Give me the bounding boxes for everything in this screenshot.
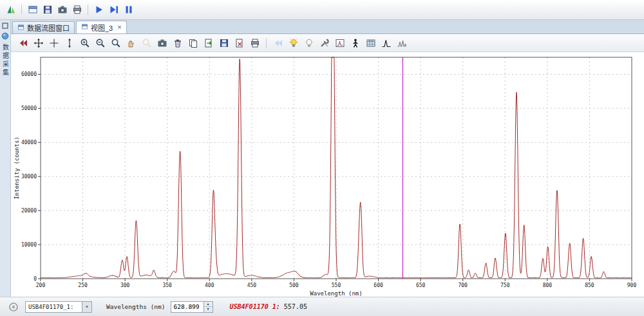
tools-button[interactable] <box>317 36 331 50</box>
svg-text:Wavelength (nm): Wavelength (nm) <box>310 290 362 297</box>
svg-text:700: 700 <box>458 283 468 288</box>
side-panel-strip: 数据采集 <box>0 20 11 297</box>
zoom-reset-button[interactable] <box>140 36 153 50</box>
wavelength-value[interactable]: 628.899 <box>171 302 204 312</box>
tab-2[interactable]: 视图_3× <box>76 21 127 33</box>
tab-icon <box>17 24 24 32</box>
tab-close-icon[interactable]: × <box>117 24 121 31</box>
chevron-down-icon[interactable]: ▾ <box>82 302 91 312</box>
spectrum-trace <box>41 57 632 278</box>
chart-toolbar <box>11 34 644 52</box>
device-select[interactable]: USB4F01170_1: ▾ <box>25 301 92 313</box>
tab-bar: 数据流图窗口视图_3× <box>11 20 644 34</box>
svg-text:800: 800 <box>543 283 553 288</box>
rewind-button[interactable] <box>271 36 285 50</box>
main-area: 数据采集 数据流图窗口视图_3× 20025030035040045050055… <box>0 20 644 297</box>
copy-button[interactable] <box>186 36 200 50</box>
table-view-button[interactable] <box>364 36 377 50</box>
toolbar-separator <box>21 5 22 15</box>
svg-text:550: 550 <box>332 283 341 288</box>
svg-text:650: 650 <box>416 283 426 288</box>
clear-page-button[interactable] <box>232 36 246 50</box>
peak-find-button[interactable] <box>379 36 393 50</box>
svg-text:Intensity (counts): Intensity (counts) <box>14 136 20 200</box>
svg-text:450: 450 <box>247 283 257 288</box>
svg-text:300: 300 <box>120 283 130 288</box>
zoom-in-button[interactable] <box>78 36 91 50</box>
person-button[interactable] <box>348 36 362 50</box>
document-area: 数据流图窗口视图_3× 2002503003504004505005506006… <box>11 20 644 297</box>
svg-text:20000: 20000 <box>21 208 37 214</box>
svg-text:50000: 50000 <box>21 106 37 111</box>
wavelength-label: Wavelengths (nm) <box>106 303 166 310</box>
side-panel-tab[interactable]: 数据采集 <box>1 44 10 77</box>
svg-text:350: 350 <box>162 283 172 288</box>
pause-button[interactable] <box>122 3 135 17</box>
device-select-value: USB4F01170_1: <box>28 304 73 310</box>
lamp-off-button[interactable] <box>302 36 316 50</box>
play-step-button[interactable] <box>107 3 120 17</box>
play-button[interactable] <box>92 3 106 17</box>
svg-text:250: 250 <box>78 283 88 288</box>
toolbar-separator <box>266 38 267 48</box>
readout-device-label: USB4F01170 1: <box>230 303 280 310</box>
snapshot-button[interactable] <box>55 3 69 17</box>
spectrum-chart[interactable]: 2002503003504004505005506006507007508008… <box>11 52 644 299</box>
scale-back-button[interactable] <box>16 36 30 50</box>
spinner-buttons: ▴ ▾ <box>204 302 213 312</box>
svg-text:10000: 10000 <box>21 242 37 248</box>
delete-button[interactable] <box>171 36 184 50</box>
svg-text:0: 0 <box>33 276 37 282</box>
main-toolbar <box>0 0 644 20</box>
chart-area: 2002503003504004505005506006507007508008… <box>11 52 644 299</box>
target-icon[interactable] <box>6 300 20 313</box>
app-logo <box>4 3 17 17</box>
status-bar: USB4F01170_1: ▾ Wavelengths (nm) 628.899… <box>0 297 644 316</box>
hand-button[interactable] <box>124 36 138 50</box>
dock-icon[interactable] <box>1 21 10 30</box>
pan-button[interactable] <box>32 36 45 50</box>
svg-text:500: 500 <box>289 283 299 288</box>
export-button[interactable] <box>202 36 215 50</box>
print-button[interactable] <box>70 3 84 17</box>
zoom-out-button[interactable] <box>93 36 107 50</box>
svg-text:200: 200 <box>36 283 46 288</box>
tab-label: 视图_3 <box>91 23 113 33</box>
save-button[interactable] <box>41 3 54 17</box>
multi-peak-button[interactable] <box>395 36 408 50</box>
lamp-on-button[interactable] <box>287 36 300 50</box>
save-spectrum-button[interactable] <box>217 36 231 50</box>
zoom-window-button[interactable] <box>109 36 122 50</box>
readout-value: 557.05 <box>284 303 307 310</box>
device-icon[interactable] <box>1 32 10 41</box>
app-window: 数据采集 数据流图窗口视图_3× 20025030035040045050055… <box>0 0 644 316</box>
new-window-button[interactable] <box>26 3 39 17</box>
cursor-readout: USB4F01170 1: 557.05 <box>230 303 307 310</box>
svg-text:900: 900 <box>627 283 637 288</box>
tab-1[interactable]: 数据流图窗口 <box>12 21 75 33</box>
svg-text:30000: 30000 <box>21 174 37 180</box>
new-view-button[interactable] <box>333 36 346 50</box>
svg-text:60000: 60000 <box>21 71 37 77</box>
wavelength-input[interactable]: 628.899 ▴ ▾ <box>171 301 213 313</box>
svg-text:40000: 40000 <box>21 140 37 145</box>
tab-icon <box>81 23 88 32</box>
print-graph-button[interactable] <box>248 36 261 50</box>
svg-text:850: 850 <box>585 283 594 288</box>
svg-text:750: 750 <box>500 283 510 288</box>
tab-label: 数据流图窗口 <box>27 23 70 33</box>
spin-up-button[interactable]: ▴ <box>204 302 213 308</box>
camera-button[interactable] <box>155 36 169 50</box>
svg-text:600: 600 <box>374 283 383 288</box>
spin-down-button[interactable]: ▾ <box>204 307 213 312</box>
toolbar-separator <box>88 5 88 15</box>
crosshair-button[interactable] <box>47 36 61 50</box>
svg-text:400: 400 <box>205 283 214 288</box>
vertical-cursor-button[interactable] <box>62 36 76 50</box>
